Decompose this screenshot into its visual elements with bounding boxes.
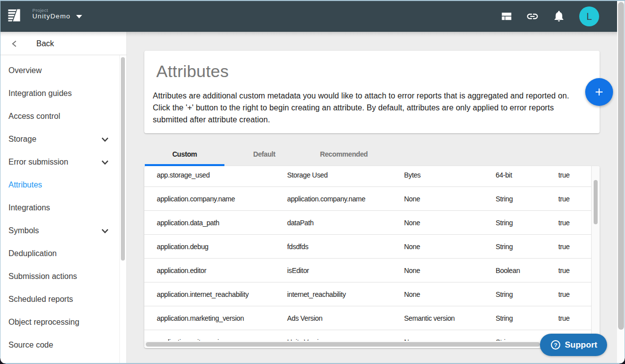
svg-text:?: ? bbox=[554, 342, 557, 348]
